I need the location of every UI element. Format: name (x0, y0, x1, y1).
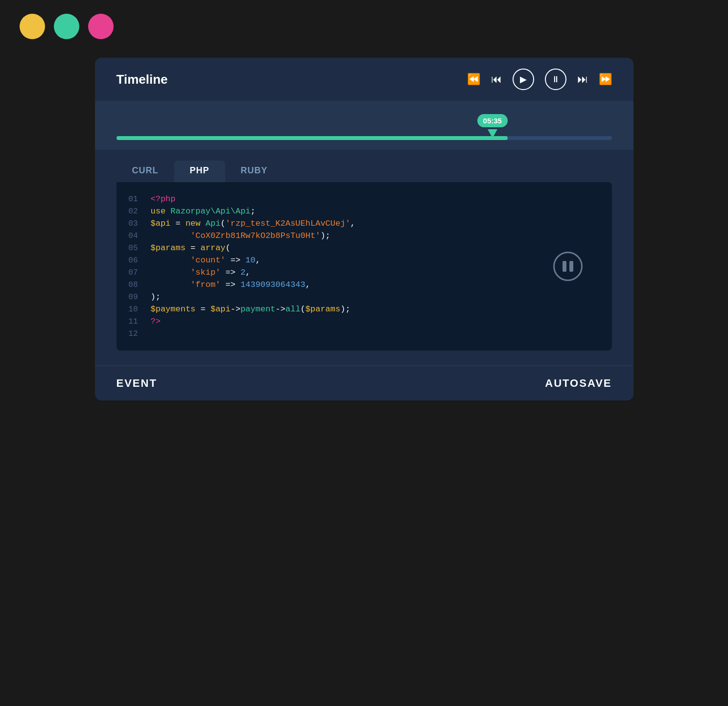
progress-area: 05:35 (95, 102, 634, 150)
code-line-12: 12 (117, 328, 612, 340)
title-bar (0, 0, 728, 53)
main-window: Timeline ⏪ ⏮ ▶ ⏸ ⏭ ⏩ 05:35 CURL PHP RUBY (95, 58, 634, 400)
play-button[interactable]: ▶ (513, 69, 534, 90)
code-line-05: 05 $params = array( (117, 242, 612, 254)
fast-forward-button[interactable]: ⏩ (599, 74, 612, 85)
progress-track[interactable]: 05:35 (117, 136, 612, 140)
code-line-01: 01 <?php (117, 193, 612, 205)
code-line-03: 03 $api = new Api('rzp_test_K2AsUEhLAvCU… (117, 217, 612, 230)
pink-dot[interactable] (88, 14, 114, 39)
tab-curl[interactable]: CURL (117, 161, 174, 182)
skip-back-button[interactable]: ⏮ (491, 74, 502, 85)
green-dot[interactable] (54, 14, 79, 39)
tab-php[interactable]: PHP (174, 161, 225, 182)
code-editor: 01 <?php 02 use Razorpay\Api\Api; 03 $ap… (117, 182, 612, 351)
tab-bar: CURL PHP RUBY (117, 161, 612, 182)
timeline-title: Timeline (117, 72, 467, 87)
timeline-pin: 05:35 (477, 114, 508, 138)
code-line-06: 06 'count' => 10, (117, 254, 612, 266)
code-line-08: 08 'from' => 1439093064343, (117, 279, 612, 291)
progress-fill: 05:35 (117, 136, 508, 140)
code-line-04: 04 'CoX0Zrb81Rw7kO2b8PsTu0Ht'); (117, 230, 612, 242)
skip-forward-button[interactable]: ⏭ (577, 74, 588, 85)
tabs-section: CURL PHP RUBY 01 <?php 02 use Razorpay\A… (95, 150, 634, 365)
event-label: EVENT (117, 377, 157, 390)
autosave-label: AUTOSAVE (545, 377, 611, 390)
code-line-10: 10 $payments = $api->payment->all($param… (117, 303, 612, 315)
timeline-header: Timeline ⏪ ⏮ ▶ ⏸ ⏭ ⏩ (95, 58, 634, 102)
code-line-02: 02 use Razorpay\Api\Api; (117, 205, 612, 217)
code-line-07: 07 'skip' => 2, (117, 266, 612, 279)
code-line-09: 09 ); (117, 291, 612, 303)
pause-button[interactable]: ⏸ (545, 69, 566, 90)
pin-arrow (488, 129, 497, 138)
code-line-11: 11 ?> (117, 315, 612, 328)
footer: EVENT AUTOSAVE (95, 365, 634, 400)
timestamp-label: 05:35 (477, 114, 508, 127)
rewind-button[interactable]: ⏪ (467, 74, 480, 85)
yellow-dot[interactable] (20, 14, 45, 39)
tab-ruby[interactable]: RUBY (225, 161, 283, 182)
playback-controls: ⏪ ⏮ ▶ ⏸ ⏭ ⏩ (467, 69, 612, 90)
